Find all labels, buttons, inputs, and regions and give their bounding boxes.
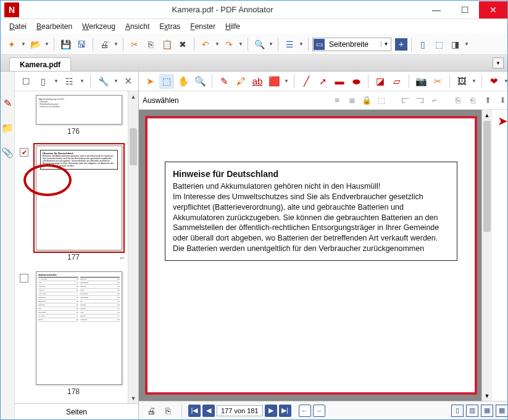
group-icon[interactable]: ⬚ <box>375 94 388 107</box>
image-dd[interactable]: ▼ <box>471 78 477 84</box>
undo-button[interactable]: ↶ <box>198 37 213 52</box>
select-all-checkbox[interactable]: ☐ <box>19 74 33 89</box>
menu-file[interactable]: Datei <box>6 21 30 32</box>
redo-dropdown[interactable]: ▼ <box>238 41 244 47</box>
new-doc-button[interactable]: ✦ <box>4 37 19 52</box>
view-single-button[interactable]: ▯ <box>451 405 464 417</box>
doc-tab-kamera[interactable]: Kamera.pdf <box>9 57 71 71</box>
view-grid-button[interactable]: ▩ <box>496 405 507 417</box>
save-as-button[interactable]: 🖫 <box>74 37 89 52</box>
page-menu-dd[interactable]: ▼ <box>53 78 59 84</box>
text-tool[interactable]: ab <box>250 74 265 89</box>
menu-window[interactable]: Fenster <box>186 21 219 32</box>
snapshot-tool[interactable]: 📷 <box>414 74 428 89</box>
copy-button[interactable]: ⎘ <box>143 37 158 52</box>
layer-up-icon[interactable]: ⬆ <box>481 94 494 107</box>
view-two-button[interactable]: ▦ <box>481 405 493 417</box>
minimize-button[interactable]: — <box>422 1 451 19</box>
zoom-tool[interactable]: 🔍 <box>193 74 207 89</box>
page-canvas[interactable]: Hinweise für Deutschland Batterien und A… <box>139 110 492 401</box>
main-scroll-up[interactable]: ▲ <box>482 110 492 120</box>
line-tool[interactable]: ╱ <box>299 74 314 89</box>
two-page-button[interactable]: ◨ <box>448 37 462 52</box>
scroll-down-icon[interactable]: ▼ <box>128 393 138 403</box>
align-center-icon[interactable]: ≣ <box>345 94 359 107</box>
menu-help[interactable]: Hilfe <box>222 21 244 32</box>
align-top-icon[interactable]: ⌐ <box>428 94 441 107</box>
thumb-176[interactable]: Allgemeinbedingungen 0:0-40 °• Standard•… <box>20 95 127 136</box>
list-dropdown[interactable]: ▼ <box>298 41 304 47</box>
scroll-up-icon[interactable]: ▲ <box>128 91 138 102</box>
thumb-178[interactable]: Sachwortverzeichnis AF-Messfeld42Akku15A… <box>20 271 127 396</box>
cut-button[interactable]: ✂ <box>127 37 142 52</box>
highlighter-tool[interactable]: 🖍 <box>233 74 248 89</box>
pan-tool[interactable]: ✋ <box>176 74 191 89</box>
bring-front-icon[interactable]: ⎘ <box>451 94 465 107</box>
thumbs-view-button[interactable]: ☷ <box>62 74 77 89</box>
stamp-tool[interactable]: 🟥 <box>267 74 281 89</box>
search-dropdown[interactable]: ▼ <box>268 41 274 47</box>
thumb-checkbox-177[interactable]: ✔ <box>20 148 28 157</box>
delete-button[interactable]: ✖ <box>175 37 190 52</box>
menu-extras[interactable]: Extras <box>156 21 184 32</box>
favorite-tool[interactable]: ❤ <box>486 74 501 89</box>
continuous-button[interactable]: ⬚ <box>431 37 446 52</box>
view-cont-button[interactable]: ▥ <box>466 405 478 417</box>
search-button[interactable]: 🔍 <box>252 37 267 52</box>
zoom-selector[interactable]: ▭ Seitenbreite ▼ <box>312 38 391 51</box>
cursor-icon[interactable]: ➤ <box>495 113 507 128</box>
open-button[interactable]: 📂 <box>28 37 43 52</box>
menu-tool[interactable]: Werkzeug <box>78 21 119 32</box>
pen-tool[interactable]: ✎ <box>217 74 231 89</box>
fav-dd[interactable]: ▼ <box>503 78 507 84</box>
menu-edit[interactable]: Bearbeiten <box>33 21 76 32</box>
lock-icon[interactable]: 🔒 <box>360 94 373 107</box>
crop-tool[interactable]: ✂ <box>430 74 445 89</box>
pointer-tool[interactable]: ➤ <box>143 74 157 89</box>
bookmark-tool-icon[interactable]: 📁 <box>1 121 14 134</box>
page-indicator[interactable]: 177 von 181 <box>217 405 263 416</box>
thumb-page-176[interactable]: Allgemeinbedingungen 0:0-40 °• Standard•… <box>36 95 122 125</box>
pen-tool-icon[interactable]: ✎ <box>1 96 14 110</box>
thumb-page-178[interactable]: Sachwortverzeichnis AF-Messfeld42Akku15A… <box>36 271 122 385</box>
sidebar-close-button[interactable]: ✕ <box>122 75 135 87</box>
prev-page-button[interactable]: ◀ <box>202 405 215 417</box>
page-menu-button[interactable]: ▯ <box>36 74 51 89</box>
send-back-icon[interactable]: ⎗ <box>466 94 480 107</box>
nav-back-button[interactable]: ← <box>299 405 311 417</box>
rect-tool[interactable]: ▬ <box>332 74 347 89</box>
first-page-button[interactable]: |◀ <box>188 405 201 417</box>
list-button[interactable]: ☰ <box>282 37 297 52</box>
print-dropdown[interactable]: ▼ <box>113 41 119 47</box>
main-scroll-down[interactable]: ▼ <box>482 390 492 401</box>
menu-view[interactable]: Ansicht <box>122 21 153 32</box>
dist-h-icon[interactable]: ⫍ <box>398 94 412 107</box>
layer-down-icon[interactable]: ⬇ <box>496 94 507 107</box>
ellipse-tool[interactable]: ⬬ <box>349 74 364 89</box>
thumbs-scrollbar[interactable]: ▲ ▼ <box>128 91 138 403</box>
thumb-177[interactable]: ✔ Hinweise für DeutschlandBatterien und … <box>20 146 127 261</box>
zoom-dropdown-icon[interactable]: ▼ <box>381 41 391 47</box>
image-tool[interactable]: 🖼 <box>454 74 469 89</box>
nav-fwd-button[interactable]: → <box>313 405 325 417</box>
main-scrollbar[interactable]: ▲ ▼ <box>481 110 492 401</box>
main-scroll-thumb[interactable] <box>483 121 491 232</box>
dist-v-icon[interactable]: ⫎ <box>413 94 427 107</box>
print-status-button[interactable]: 🖨 <box>144 403 159 418</box>
last-page-button[interactable]: ▶| <box>279 405 291 417</box>
thumbs-view-dd[interactable]: ▼ <box>79 78 85 84</box>
layout-dropdown[interactable]: ▼ <box>464 41 470 47</box>
next-page-button[interactable]: ▶ <box>265 405 277 417</box>
tab-overflow-button[interactable]: ▼ <box>493 57 504 68</box>
eraser-tool[interactable]: ◪ <box>373 74 388 89</box>
stamp-dd[interactable]: ▼ <box>283 78 289 84</box>
select-tool[interactable]: ⬚ <box>159 74 174 89</box>
print-button[interactable]: 🖨 <box>97 37 112 52</box>
zoom-in-button[interactable]: ＋ <box>395 38 407 51</box>
thumb-checkbox-178[interactable] <box>20 274 28 282</box>
align-left-icon[interactable]: ≡ <box>330 94 344 107</box>
settings-button[interactable]: 🔧 <box>96 74 110 89</box>
thumb-page-177[interactable]: Hinweise für DeutschlandBatterien und Ak… <box>36 146 122 250</box>
settings-dd[interactable]: ▼ <box>113 78 119 84</box>
redo-button[interactable]: ↷ <box>222 37 236 52</box>
